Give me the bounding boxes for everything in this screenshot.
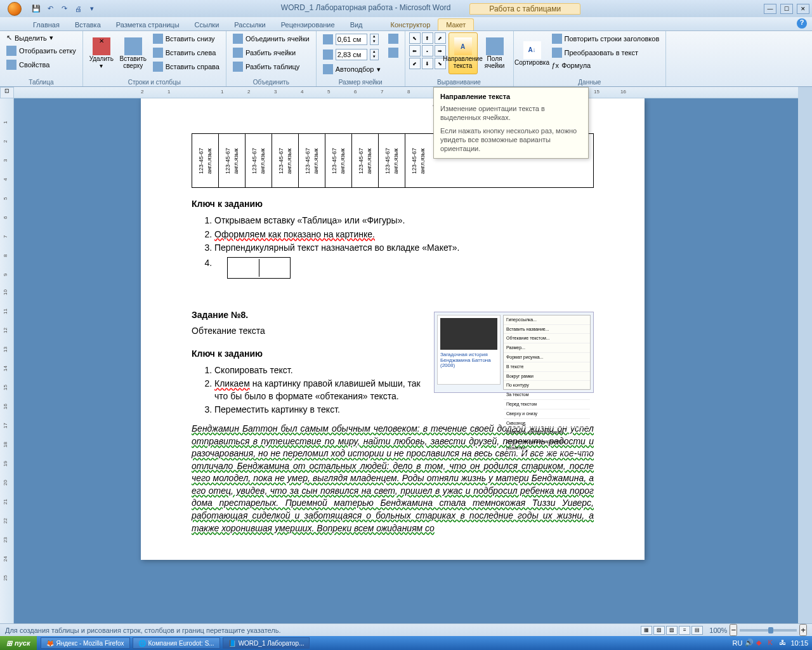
taskbar: ⊞ пуск 🦊Яндекс - Mozilla Firefox 🌐Компан… xyxy=(0,636,812,650)
formula-button[interactable]: ƒxФормула xyxy=(549,60,662,70)
row-height-input[interactable]: ▲▼ xyxy=(320,32,383,46)
dist-rows-icon xyxy=(388,34,398,44)
align-tr[interactable]: ⬈ xyxy=(435,32,446,44)
office-button[interactable] xyxy=(3,0,27,17)
tooltip-line: Если нажать кнопку несколько раз, можно … xyxy=(440,126,582,154)
group-label: Объединить xyxy=(226,79,316,86)
minimize-button[interactable]: — xyxy=(764,4,776,14)
tab-design[interactable]: Конструктор xyxy=(383,19,438,30)
list-item: Оформляем как показано на картинке. xyxy=(214,229,594,241)
tab-references[interactable]: Ссылки xyxy=(187,19,227,30)
save-icon[interactable]: 💾 xyxy=(30,3,42,15)
taskbar-item-chrome[interactable]: 🌐Компания Eurodot: S... xyxy=(133,637,220,649)
help-icon[interactable]: ? xyxy=(797,18,807,29)
tab-view[interactable]: Вид xyxy=(343,19,370,30)
select-button[interactable]: ↖Выделить ▾ xyxy=(4,32,79,43)
margins-icon xyxy=(486,37,504,55)
qat-more-icon[interactable]: ▾ xyxy=(86,3,98,15)
insert-right-icon xyxy=(153,62,163,72)
group-label: Данные xyxy=(514,79,666,86)
redo-icon[interactable]: ↷ xyxy=(58,3,70,15)
tab-insert[interactable]: Вставка xyxy=(67,19,108,30)
network-icon[interactable]: 🖧 xyxy=(779,639,788,647)
tab-review[interactable]: Рецензирование xyxy=(273,19,343,30)
ribbon: ↖Выделить ▾ Отобразить сетку Свойства Та… xyxy=(0,31,812,87)
list-item xyxy=(214,257,594,279)
page: ☎ 1 123-45-67англ.язык123-45-67англ.язык… xyxy=(141,98,645,560)
align-tl[interactable]: ⬉ xyxy=(409,32,421,44)
tab-home[interactable]: Главная xyxy=(25,19,67,30)
split-cells-button[interactable]: Разбить ячейки xyxy=(230,46,312,59)
distribute-rows-button[interactable] xyxy=(386,32,401,45)
merge-cells-button[interactable]: Объединить ячейки xyxy=(230,32,312,45)
split-table-icon xyxy=(233,62,243,72)
align-tc[interactable]: ⬆ xyxy=(422,32,433,44)
insert-below-button[interactable]: Вставить снизу xyxy=(150,32,222,45)
group-rows-cols: ✕ Удалить▾ Вставить сверху Вставить сниз… xyxy=(83,31,226,86)
gridlines-button[interactable]: Отобразить сетку xyxy=(4,44,79,57)
repeat-icon xyxy=(552,34,562,44)
quick-access-toolbar: 💾 ↶ ↷ 🖨 ▾ xyxy=(30,3,98,15)
view-full-screen[interactable]: ▧ xyxy=(653,626,665,635)
view-print-layout[interactable]: ▦ xyxy=(641,626,652,635)
view-outline[interactable]: ≡ xyxy=(679,626,690,635)
taskbar-item-firefox[interactable]: 🦊Яндекс - Mozilla Firefox xyxy=(41,637,130,649)
zoom-out-button[interactable]: − xyxy=(730,624,737,636)
taskbar-item-word[interactable]: 📘WORD_1 Лаборатор... xyxy=(223,637,310,649)
delete-icon: ✕ xyxy=(93,37,110,55)
delete-button[interactable]: ✕ Удалить▾ xyxy=(87,32,116,74)
antivirus-icon[interactable]: K xyxy=(768,639,776,647)
sort-button[interactable]: A↓ Сортировка xyxy=(518,32,547,74)
view-draft[interactable]: ▤ xyxy=(691,626,703,635)
insert-left-icon xyxy=(153,48,163,58)
vertical-ruler[interactable]: 1234567891011121314151617181920212223242… xyxy=(0,98,14,623)
ruler-corner[interactable]: ⊡ xyxy=(0,87,14,98)
split-table-button[interactable]: Разбить таблицу xyxy=(230,60,312,73)
print-icon[interactable]: 🖨 xyxy=(72,3,84,15)
group-label: Таблица xyxy=(0,79,82,86)
zoom-value[interactable]: 100% xyxy=(709,627,727,634)
horizontal-ruler[interactable]: 2112345678910111213141516 xyxy=(14,87,798,98)
lang-indicator[interactable]: RU xyxy=(733,639,743,647)
autofit-button[interactable]: Автоподбор ▾ xyxy=(320,63,383,76)
close-button[interactable]: ✕ xyxy=(797,4,809,14)
text-direction-button[interactable]: A Направление текста xyxy=(449,32,478,74)
convert-button[interactable]: Преобразовать в текст xyxy=(549,46,662,59)
tooltip-line: Изменение ориентации текста в выделенных… xyxy=(440,104,582,123)
cursor-icon: ↖ xyxy=(6,34,12,42)
undo-icon[interactable]: ↶ xyxy=(44,3,56,15)
sort-icon: A↓ xyxy=(523,41,541,59)
align-ml[interactable]: ⬅ xyxy=(409,45,421,56)
text-direction-icon: A xyxy=(454,37,472,55)
list-item: Открываем вставку «Таблица» или «Фигуры»… xyxy=(214,215,594,227)
distribute-cols-button[interactable] xyxy=(386,46,401,59)
view-web[interactable]: ▨ xyxy=(666,626,678,635)
insert-right-button[interactable]: Вставить справа xyxy=(150,60,222,73)
clock[interactable]: 10:15 xyxy=(790,639,808,647)
shield-icon[interactable]: ◆ xyxy=(756,639,765,647)
tab-page-layout[interactable]: Разметка страницы xyxy=(108,19,187,30)
col-width-input[interactable]: ▲▼ xyxy=(320,48,383,62)
repeat-headers-button[interactable]: Повторить строки заголовков xyxy=(549,32,662,45)
properties-button[interactable]: Свойства xyxy=(4,58,79,71)
autofit-icon xyxy=(323,64,333,74)
volume-icon[interactable]: 🔊 xyxy=(745,639,754,647)
group-merge: Объединить ячейки Разбить ячейки Разбить… xyxy=(226,31,317,86)
start-button[interactable]: ⊞ пуск xyxy=(0,636,37,650)
zoom-in-button[interactable]: + xyxy=(799,624,807,636)
document-viewport[interactable]: ☎ 1 123-45-67англ.язык123-45-67англ.язык… xyxy=(14,98,798,623)
tab-layout[interactable]: Макет xyxy=(438,18,474,30)
maximize-button[interactable]: ☐ xyxy=(780,4,793,14)
align-bl[interactable]: ⬋ xyxy=(409,58,421,69)
group-cell-size: ▲▼ ▲▼ Автоподбор ▾ Размер ячейки xyxy=(317,31,405,86)
insert-above-button[interactable]: Вставить сверху xyxy=(119,32,148,74)
split-cells-icon xyxy=(233,48,243,58)
zoom-slider[interactable] xyxy=(740,629,797,632)
align-bc[interactable]: ⬇ xyxy=(422,58,433,69)
tab-mailings[interactable]: Рассылки xyxy=(226,19,273,30)
insert-left-button[interactable]: Вставить слева xyxy=(150,46,222,59)
group-label: Размер ячейки xyxy=(317,79,405,86)
properties-icon xyxy=(6,60,16,70)
cell-margins-button[interactable]: Поля ячейки xyxy=(480,32,509,74)
align-mc[interactable]: • xyxy=(422,45,433,56)
